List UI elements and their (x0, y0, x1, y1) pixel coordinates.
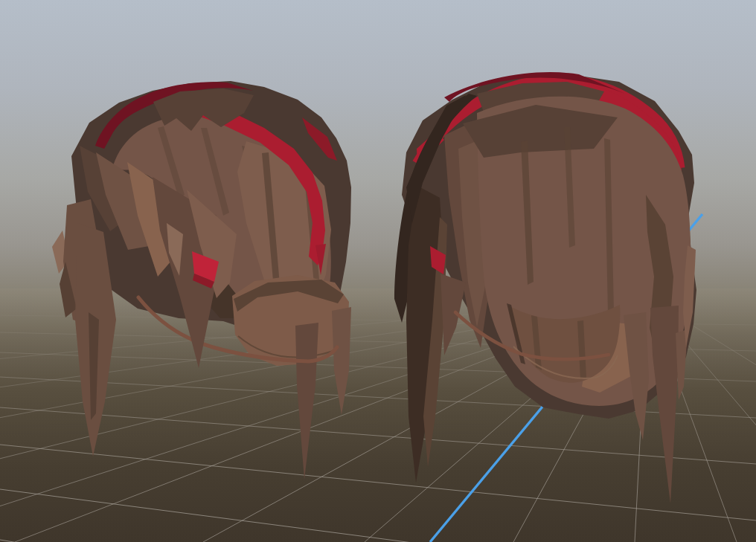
scene-viewport[interactable] (0, 0, 756, 542)
scene-render (0, 0, 756, 542)
